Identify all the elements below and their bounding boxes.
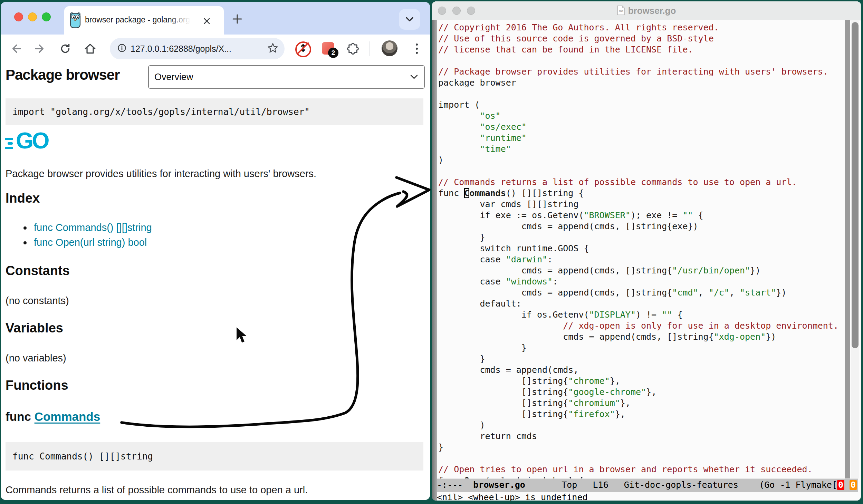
code-line: // Package browser provides utilities fo… [438,66,845,77]
code-line: default: [438,298,845,309]
close-window-button[interactable] [14,12,23,21]
svg-text:GO: GO [619,10,623,13]
code-line: []string{"chrome"}, [438,376,845,387]
code-line: // Use of this source code is governed b… [438,33,845,44]
home-button[interactable] [84,42,97,55]
code-line: "time" [438,144,845,155]
code-line: } [438,342,845,353]
code-line: // xdg-open is only for use in a desktop… [438,320,845,331]
bookmark-star-icon[interactable] [267,42,278,55]
section-select[interactable]: Overview [148,65,425,89]
mode-line: -:--- browser.go Top L16 Git-doc-gopls-f… [437,478,858,492]
code-line: // license that can be found in the LICE… [438,44,845,55]
code-line [438,453,845,464]
blocked-extension-icon[interactable]: ↕ [295,41,310,57]
go-file-icon: GO [617,6,625,18]
code-line: package browser [438,77,845,88]
func-commands-heading: func Commands [6,410,100,424]
variables-heading: Variables [6,321,63,336]
code-line: func Commands() [][]string { [438,188,845,199]
code-line: cmds = append(cmds, []string{"/usr/bin/o… [438,265,845,276]
echo-area: <nil> <wheel-up> is undefined [437,492,858,501]
variables-empty: (no variables) [6,352,66,364]
back-button[interactable] [9,42,22,55]
url-text[interactable]: 127.0.0.1:62888/gopls/X... [131,44,267,54]
code-line: } [438,353,845,365]
editor-left-edge [432,20,437,501]
code-line: cmds = append(cmds, [438,365,845,376]
index-heading: Index [6,191,40,206]
new-tab-button[interactable] [231,13,243,25]
editor-titlebar[interactable]: GObrowser.go [432,1,861,20]
doc-page: Package browser Overview import "golang.… [1,63,430,500]
reload-button[interactable] [59,42,72,55]
modeline-segment: ] [857,480,858,490]
forward-button[interactable] [34,42,47,55]
extension-icon-red[interactable]: 2 [322,42,334,55]
zoom-window-button[interactable] [42,12,51,21]
code-line: switch runtime.GOOS { [438,243,845,254]
func-commands-link[interactable]: Commands [35,410,100,423]
functions-heading: Functions [6,378,68,393]
code-line: ) [438,155,845,166]
index-list-item: func Open(url string) bool [21,237,152,248]
index-list: func Commands() [][]stringfunc Open(url … [21,222,152,252]
code-line: "os/exec" [438,122,845,133]
code-line: cmds = append(cmds, []string{exe}) [438,221,845,232]
code-line: case "darwin": [438,254,845,265]
code-line: func Open(url string) bool { [438,475,845,478]
code-line: import ( [438,99,845,110]
code-line: "runtime" [438,133,845,144]
code-line: // Commands returns a list of possible c… [438,177,845,188]
flymake-err-count: 0 [837,480,844,490]
editor-right-divider [845,20,850,501]
func-signature: func Commands() [][]string [12,451,153,462]
go-logo: GO [5,132,57,154]
import-path: import "golang.org/x/tools/gopls/interna… [12,107,310,117]
flymake-warn-count: 0 [850,480,857,490]
minimize-window-button[interactable] [28,12,37,21]
extensions-puzzle-icon[interactable] [346,41,360,55]
browser-window: browser package - golang.org [1,2,430,500]
browser-menu-icon[interactable] [410,42,423,55]
editor-title: GObrowser.go [432,6,861,18]
tab-close-icon[interactable] [202,16,212,26]
editor-window: GObrowser.go // Copyright 2016 The Go Au… [432,1,861,501]
code-line: if os.Getenv("DISPLAY") != "" { [438,309,845,320]
modeline-segment [844,480,850,490]
code-line: cmds = append(cmds, []string{"cmd", "/c"… [438,287,845,298]
modeline-segment: -:--- [437,480,473,490]
address-bar[interactable]: 127.0.0.1:62888/gopls/X... [110,38,285,59]
code-line: return cmds [438,431,845,442]
code-line: []string{"google-chrome"}, [438,387,845,398]
profile-avatar[interactable] [382,40,397,56]
code-line: // Open tries to open url in a browser a… [438,464,845,475]
scrollbar-thumb[interactable] [852,22,859,348]
func-signature-box: func Commands() [][]string [6,442,423,471]
code-line: } [438,232,845,243]
text-cursor: C [464,188,469,198]
code-line: // Copyright 2016 The Go Authors. All ri… [438,22,845,33]
go-gopher-favicon [70,12,81,30]
toolbar-separator [370,41,370,56]
tab-search-button[interactable] [399,9,420,30]
index-link[interactable]: func Open(url string) bool [34,237,147,248]
browser-tab[interactable]: browser package - golang.org [64,6,224,35]
chevron-down-icon [404,16,415,23]
index-list-item: func Commands() [][]string [21,222,152,233]
code-line: } [438,442,845,453]
code-text: // Copyright 2016 The Go Authors. All ri… [437,20,845,478]
code-area[interactable]: // Copyright 2016 The Go Authors. All ri… [437,20,845,478]
tab-strip: browser package - golang.org [1,2,430,35]
scrollbar-track[interactable] [851,20,859,478]
tab-title-fade [168,15,200,26]
code-line: case "windows": [438,276,845,287]
code-line: []string{"firefox"}, [438,409,845,420]
import-path-box: import "golang.org/x/tools/gopls/interna… [6,98,423,125]
constants-empty: (no constants) [6,295,69,307]
chevron-down-icon [410,74,419,80]
browser-toolbar: 127.0.0.1:62888/gopls/X... ↕ 2 [1,35,430,63]
site-info-icon[interactable] [117,43,126,54]
index-link[interactable]: func Commands() [][]string [34,222,152,233]
code-line [438,88,845,99]
